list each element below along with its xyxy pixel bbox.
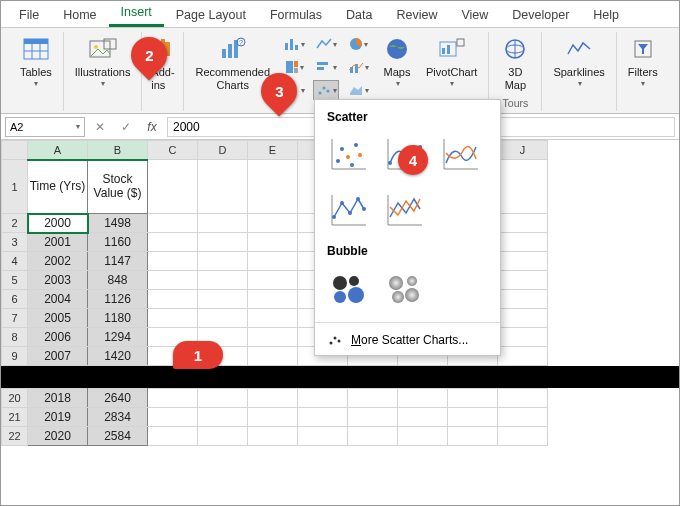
cell[interactable] [198, 427, 248, 446]
col-header-b[interactable]: B [88, 141, 148, 160]
tab-help[interactable]: Help [581, 3, 631, 27]
cell[interactable] [148, 309, 198, 328]
row-header[interactable]: 9 [2, 347, 28, 366]
tab-home[interactable]: Home [51, 3, 108, 27]
cell[interactable]: 2584 [88, 427, 148, 446]
cell[interactable]: 2640 [88, 389, 148, 408]
cell[interactable]: 2005 [28, 309, 88, 328]
cancel-formula-button[interactable]: ✕ [89, 120, 111, 134]
cell[interactable] [148, 233, 198, 252]
cell[interactable] [148, 427, 198, 446]
bar-chart-button[interactable]: ▾ [313, 57, 339, 77]
cell[interactable]: 1160 [88, 233, 148, 252]
col-header-j[interactable]: J [498, 141, 548, 160]
filters-button[interactable]: Filters ▾ [625, 32, 661, 90]
tables-button[interactable]: Tables ▾ [17, 32, 55, 90]
cell[interactable] [498, 408, 548, 427]
cell[interactable] [148, 214, 198, 233]
cell[interactable] [398, 389, 448, 408]
cell[interactable] [298, 389, 348, 408]
cell[interactable]: 1180 [88, 309, 148, 328]
tab-page-layout[interactable]: Page Layout [164, 3, 258, 27]
cell[interactable] [248, 328, 298, 347]
cell[interactable] [498, 160, 548, 214]
pivotchart-button[interactable]: PivotChart ▾ [423, 32, 480, 90]
cell[interactable]: 2020 [28, 427, 88, 446]
cell[interactable] [498, 347, 548, 366]
tab-file[interactable]: File [7, 3, 51, 27]
cell[interactable] [198, 160, 248, 214]
cell[interactable]: 1147 [88, 252, 148, 271]
cell[interactable] [498, 328, 548, 347]
cell[interactable] [198, 389, 248, 408]
cell[interactable] [298, 427, 348, 446]
row-header[interactable]: 4 [2, 252, 28, 271]
cell[interactable] [248, 389, 298, 408]
pie-chart-button[interactable]: ▾ [345, 34, 371, 54]
cell[interactable] [248, 160, 298, 214]
cell[interactable] [498, 233, 548, 252]
scatter-option-markers[interactable] [323, 130, 371, 178]
cell[interactable] [198, 252, 248, 271]
col-header-c[interactable]: C [148, 141, 198, 160]
cell[interactable] [198, 290, 248, 309]
cell[interactable] [248, 408, 298, 427]
more-scatter-charts-link[interactable]: MMore Scatter Charts...ore Scatter Chart… [323, 329, 492, 349]
cell[interactable]: 2001 [28, 233, 88, 252]
col-header-e[interactable]: E [248, 141, 298, 160]
cell[interactable]: 2834 [88, 408, 148, 427]
col-header-d[interactable]: D [198, 141, 248, 160]
cell[interactable]: 848 [88, 271, 148, 290]
cell[interactable] [248, 233, 298, 252]
row-header[interactable]: 1 [2, 160, 28, 214]
cell[interactable] [148, 290, 198, 309]
cell[interactable] [198, 233, 248, 252]
cell[interactable] [498, 309, 548, 328]
cell[interactable] [148, 252, 198, 271]
cell[interactable] [198, 309, 248, 328]
cell[interactable] [348, 408, 398, 427]
row-header[interactable]: 5 [2, 271, 28, 290]
scatter-option-lines[interactable] [379, 186, 427, 234]
line-chart-button[interactable]: ▾ [313, 34, 339, 54]
illustrations-button[interactable]: Illustrations ▾ [72, 32, 134, 90]
maps-button[interactable]: Maps ▾ [379, 32, 415, 90]
cell[interactable] [398, 427, 448, 446]
surface-chart-button[interactable]: ▾ [345, 80, 371, 100]
combo-chart-button[interactable]: ▾ [345, 57, 371, 77]
spreadsheet-bottom[interactable]: 202018264021201928342220202584 [1, 388, 548, 446]
cell[interactable] [248, 347, 298, 366]
scatter-option-lines-markers[interactable] [323, 186, 371, 234]
cell[interactable] [248, 309, 298, 328]
cell[interactable] [448, 389, 498, 408]
column-chart-button[interactable]: ▾ [281, 34, 307, 54]
bubble-option-2d[interactable] [323, 264, 371, 312]
cell[interactable]: 2018 [28, 389, 88, 408]
row-header[interactable]: 7 [2, 309, 28, 328]
row-header[interactable]: 21 [2, 408, 28, 427]
cell[interactable] [348, 389, 398, 408]
tab-review[interactable]: Review [384, 3, 449, 27]
bubble-option-3d[interactable] [379, 264, 427, 312]
select-all-cell[interactable] [2, 141, 28, 160]
cell[interactable] [198, 214, 248, 233]
cell[interactable] [498, 214, 548, 233]
cell[interactable]: 2003 [28, 271, 88, 290]
cell[interactable]: 2004 [28, 290, 88, 309]
cell[interactable]: 2007 [28, 347, 88, 366]
cell[interactable]: Time (Yrs) [28, 160, 88, 214]
cell[interactable] [198, 271, 248, 290]
row-header[interactable]: 20 [2, 389, 28, 408]
cell[interactable]: 1294 [88, 328, 148, 347]
cell[interactable]: 2019 [28, 408, 88, 427]
cell[interactable]: 1498 [88, 214, 148, 233]
tab-view[interactable]: View [449, 3, 500, 27]
cell[interactable] [248, 271, 298, 290]
scatter-option-smooth[interactable] [435, 130, 483, 178]
cell[interactable] [148, 160, 198, 214]
cell[interactable] [148, 389, 198, 408]
scatter-chart-button[interactable]: ▾ [313, 80, 339, 100]
cell[interactable]: Stock Value ($) [88, 160, 148, 214]
name-box[interactable]: A2 ▾ [5, 117, 85, 137]
cell[interactable] [348, 427, 398, 446]
